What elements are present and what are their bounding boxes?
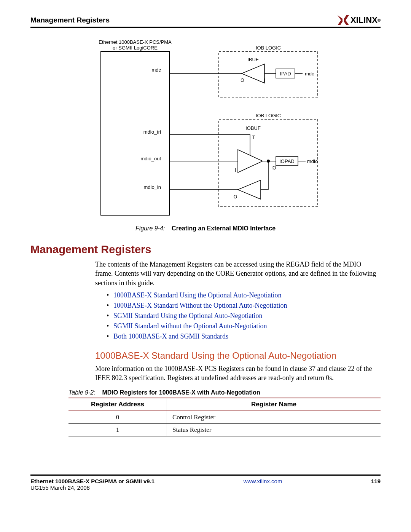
svg-text:or SGMII LogiCORE: or SGMII LogiCORE (113, 45, 158, 51)
svg-text:O: O (241, 78, 244, 83)
svg-text:mdc: mdc (305, 71, 314, 77)
list-item: 1000BASE-X Standard Without the Optional… (107, 302, 381, 310)
link-1000base-an[interactable]: 1000BASE-X Standard Using the Optional A… (113, 291, 281, 299)
brand-text: XILINX (350, 15, 378, 25)
th-register-name: Register Name (167, 398, 381, 411)
svg-rect-4 (219, 51, 318, 97)
svg-marker-30 (238, 180, 261, 199)
mdio-registers-table: Register Address Register Name 0 Control… (68, 398, 381, 436)
svg-text:IOB LOGIC: IOB LOGIC (256, 45, 281, 51)
footer-doc: Ethernet 1000BASE-X PCS/PMA or SGMII v9.… (30, 478, 155, 491)
svg-text:mdc: mdc (151, 67, 161, 73)
svg-text:IO: IO (271, 165, 276, 171)
svg-text:IOPAD: IOPAD (279, 158, 295, 164)
page-footer: Ethernet 1000BASE-X PCS/PMA or SGMII v9.… (30, 474, 381, 491)
svg-text:T: T (252, 135, 255, 140)
link-both[interactable]: Both 1000BASE-X and SGMII Standards (113, 332, 228, 340)
svg-text:mdio_tri: mdio_tri (143, 129, 161, 135)
svg-text:I: I (264, 78, 265, 83)
svg-text:IPAD: IPAD (280, 71, 291, 77)
registered-mark: ® (378, 18, 381, 22)
figure-caption: Figure 9-4: Creating an External MDIO In… (30, 225, 381, 232)
th-register-address: Register Address (68, 398, 167, 411)
svg-text:mdio_in: mdio_in (143, 184, 161, 190)
svg-text:mdio_out: mdio_out (141, 156, 161, 161)
link-1000base-noan[interactable]: 1000BASE-X Standard Without the Optional… (113, 302, 287, 309)
link-sgmii-noan[interactable]: SGMII Standard without the Optional Auto… (113, 322, 267, 330)
svg-text:IBUF: IBUF (247, 57, 259, 62)
footer-subline: UG155 March 24, 2008 (30, 484, 155, 491)
figure-title: Creating an External MDIO Interface (172, 225, 276, 232)
cell-addr: 1 (68, 424, 167, 436)
svg-text:I: I (235, 168, 236, 173)
list-item: SGMII Standard Using the Optional Auto-N… (107, 312, 381, 320)
cell-name: Status Register (167, 424, 381, 436)
svg-text:IOB LOGIC: IOB LOGIC (256, 113, 281, 118)
table-title: MDIO Registers for 1000BASE-X with Auto-… (102, 389, 260, 396)
footer-page-number: 119 (371, 478, 381, 491)
heading-management-registers: Management Registers (30, 243, 381, 256)
cell-name: Control Register (167, 411, 381, 424)
table-row: 1 Status Register (68, 424, 381, 436)
footer-url-link[interactable]: www.xilinx.com (244, 478, 282, 491)
list-item: 1000BASE-X Standard Using the Optional A… (107, 291, 381, 299)
svg-text:Ethernet 1000BASE-X PCS/PMA: Ethernet 1000BASE-X PCS/PMA (99, 39, 172, 45)
figure-9-4: Ethernet 1000BASE-X PCS/PMA or SGMII Log… (30, 39, 381, 220)
heading-1000base-an: 1000BASE-X Standard Using the Optional A… (95, 350, 381, 361)
table-caption: Table 9-2: MDIO Registers for 1000BASE-X… (68, 389, 381, 396)
link-list: 1000BASE-X Standard Using the Optional A… (107, 291, 381, 340)
table-number: Table 9-2: (68, 389, 96, 396)
brand-logo: XILINX® (338, 15, 381, 25)
table-header-row: Register Address Register Name (68, 398, 381, 411)
figure-number: Figure 9-4: (135, 225, 165, 232)
svg-text:O: O (234, 194, 237, 200)
svg-marker-6 (242, 64, 264, 83)
link-sgmii-an[interactable]: SGMII Standard Using the Optional Auto-N… (113, 312, 262, 320)
section1-paragraph: The contents of the Management Registers… (95, 260, 381, 288)
list-item: Both 1000BASE-X and SGMII Standards (107, 332, 381, 340)
xilinx-icon (338, 15, 349, 25)
cell-addr: 0 (68, 411, 167, 424)
header-title: Management Registers (30, 16, 110, 24)
svg-text:IOBUF: IOBUF (245, 125, 261, 131)
list-item: SGMII Standard without the Optional Auto… (107, 322, 381, 330)
section2-paragraph: More information on the 1000BASE-X PCS R… (95, 364, 381, 383)
table-row: 0 Control Register (68, 411, 381, 424)
page-header: Management Registers XILINX® (30, 15, 381, 28)
svg-text:mdio: mdio (307, 158, 318, 164)
